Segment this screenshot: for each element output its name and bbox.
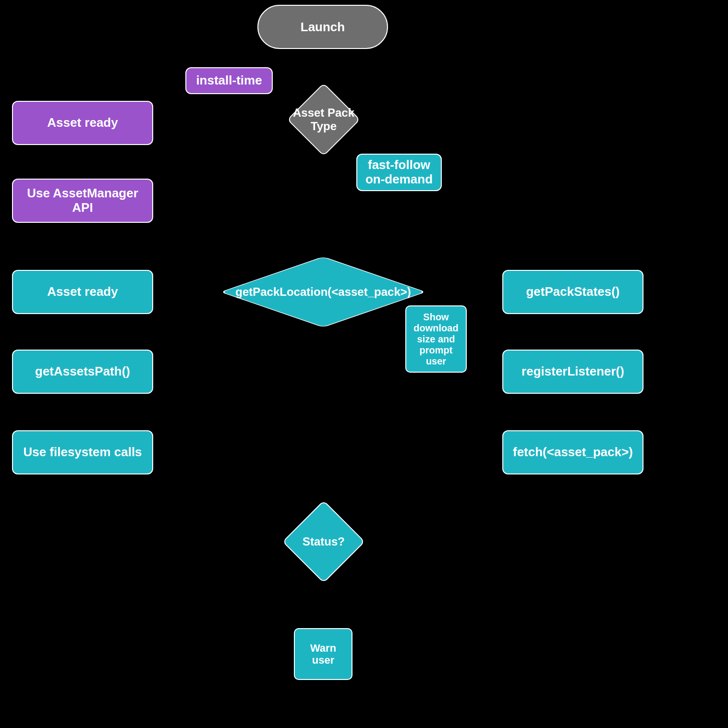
asset-ready-teal-box: Asset ready: [12, 270, 153, 314]
asset-ready-teal-label: Asset ready: [47, 285, 118, 299]
asset-pack-type-label: Asset Pack Type: [287, 106, 360, 133]
get-pack-location-decision: getPackLocation(<asset_pack>): [221, 255, 425, 328]
register-listener-box: registerListener(): [502, 350, 643, 394]
asset-pack-type-decision: Asset Pack Type: [287, 83, 360, 156]
status-decision: Status?: [282, 500, 365, 583]
install-time-label-box: install-time: [185, 67, 273, 94]
asset-ready-purple-label: Asset ready: [47, 116, 118, 130]
status-label: Status?: [282, 535, 365, 548]
use-assetmanager-label: Use AssetManager API: [18, 186, 147, 215]
use-filesystem-box: Use filesystem calls: [12, 430, 153, 474]
fetch-pack-box: fetch(<asset_pack>): [502, 430, 643, 474]
fast-follow-label: fast-follow on-demand: [362, 158, 436, 187]
show-download-label: Show download size and prompt user: [411, 312, 461, 367]
get-pack-states-label: getPackStates(): [526, 285, 619, 299]
fast-follow-label-box: fast-follow on-demand: [356, 154, 442, 191]
use-filesystem-label: Use filesystem calls: [23, 445, 142, 460]
register-listener-label: registerListener(): [522, 364, 624, 379]
get-pack-states-box: getPackStates(): [502, 270, 643, 314]
show-download-box: Show download size and prompt user: [405, 305, 467, 373]
warn-user-label: Warn user: [300, 642, 347, 667]
get-assets-path-label: getAssetsPath(): [35, 364, 130, 379]
get-assets-path-box: getAssetsPath(): [12, 350, 153, 394]
launch-label: Launch: [301, 20, 345, 35]
install-time-label: install-time: [196, 73, 262, 88]
fetch-pack-label: fetch(<asset_pack>): [513, 445, 633, 460]
asset-ready-purple-box: Asset ready: [12, 101, 153, 145]
use-assetmanager-box: Use AssetManager API: [12, 179, 153, 223]
launch-terminator: Launch: [257, 5, 388, 49]
warn-user-box: Warn user: [294, 628, 352, 680]
get-pack-location-label: getPackLocation(<asset_pack>): [222, 285, 424, 299]
